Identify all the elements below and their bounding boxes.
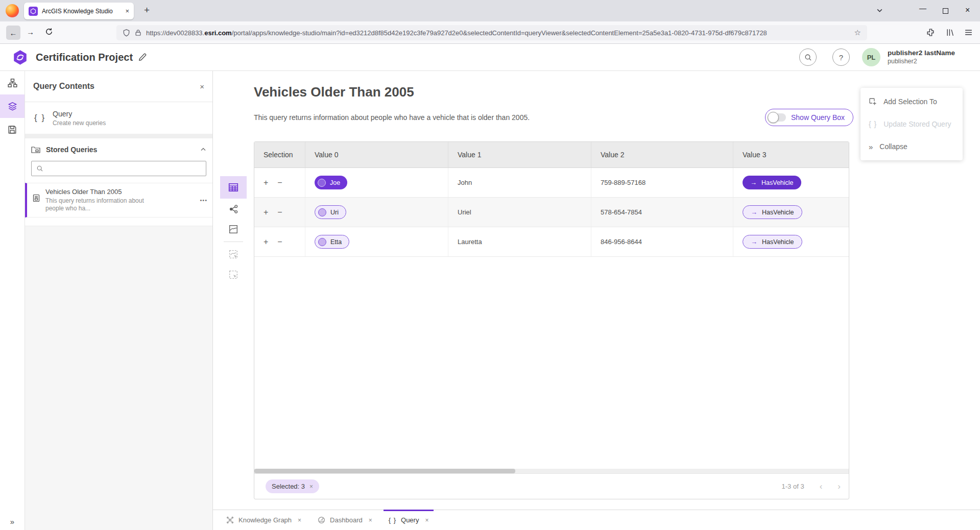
stored-query-item[interactable]: Vehicles Older Than 2005 This query retu… — [25, 183, 212, 218]
header-search-button[interactable] — [799, 49, 817, 66]
add-to-selection-button[interactable]: + — [264, 237, 268, 247]
selection-context-menu: Add Selection To { } Update Stored Query… — [861, 88, 963, 160]
panel-close-icon[interactable]: × — [200, 82, 204, 91]
stored-queries-search[interactable] — [31, 161, 206, 176]
stored-queries-section: Stored Queries Vehicles Older Than 2005 … — [25, 138, 212, 226]
relationship-pill[interactable]: →HasVehicle — [743, 235, 802, 249]
window-maximize-button[interactable] — [943, 8, 948, 14]
cell-value2: 578-654-7854 — [591, 198, 733, 227]
relationship-pill[interactable]: →HasVehicle — [743, 205, 802, 219]
entity-node-icon — [318, 238, 326, 246]
stored-query-doc-icon — [32, 194, 40, 212]
dashed-select-icon — [229, 270, 238, 279]
new-tab-button[interactable]: + — [144, 5, 150, 16]
braces-icon: { } — [869, 120, 877, 128]
selected-count-chip[interactable]: Selected: 3 × — [266, 479, 319, 493]
page-title: Vehicles Older Than 2005 — [254, 84, 414, 100]
hamburger-menu-icon[interactable] — [964, 28, 973, 37]
column-header-value2[interactable]: Value 2 — [591, 142, 733, 167]
edit-title-pencil-icon[interactable] — [138, 53, 147, 62]
url-bar[interactable]: https://dev0028833.esri.com/portal/apps/… — [116, 25, 867, 40]
user-avatar[interactable]: PL — [862, 48, 880, 66]
screen: ArcGIS Knowledge Studio × + — × ← → http… — [0, 0, 980, 530]
menu-item-collapse[interactable]: » Collapse — [861, 135, 963, 158]
browser-tab[interactable]: ArcGIS Knowledge Studio × — [24, 3, 134, 19]
column-header-value1[interactable]: Value 1 — [448, 142, 591, 167]
user-name[interactable]: publisher2 lastName publisher2 — [888, 49, 955, 65]
toolbar-divider — [224, 242, 243, 242]
select-tool-button[interactable] — [220, 264, 247, 285]
braces-icon: { } — [34, 113, 45, 123]
remove-from-selection-button[interactable]: − — [277, 178, 282, 187]
bookmark-star-icon[interactable]: ☆ — [854, 28, 861, 37]
next-page-chevron-icon[interactable]: › — [838, 481, 841, 492]
firefox-icon[interactable] — [6, 4, 19, 17]
add-to-selection-button[interactable]: + — [264, 208, 268, 217]
prev-page-chevron-icon[interactable]: ‹ — [820, 481, 823, 492]
reload-button[interactable] — [45, 28, 53, 36]
cell-value2: 846-956-8644 — [591, 227, 733, 256]
new-query-item[interactable]: { } Query Create new queries — [25, 102, 212, 134]
add-to-selection-button[interactable]: + — [264, 178, 268, 187]
tab-query[interactable]: { } Query × — [380, 510, 437, 530]
map-selection-button[interactable] — [220, 244, 247, 264]
query-item-title: Query — [53, 110, 106, 118]
search-input[interactable] — [47, 165, 201, 173]
tab-close-icon[interactable]: × — [125, 7, 129, 15]
remove-from-selection-button[interactable]: − — [277, 208, 282, 217]
help-button[interactable]: ? — [832, 49, 850, 66]
remove-from-selection-button[interactable]: − — [277, 237, 282, 247]
entity-pill[interactable]: Etta — [315, 235, 349, 249]
tracking-shield-icon[interactable] — [123, 29, 130, 37]
table-view-button[interactable] — [220, 176, 247, 199]
chevron-up-icon[interactable] — [200, 147, 206, 153]
cell-value1: Lauretta — [448, 227, 591, 256]
tab-knowledge-graph[interactable]: Knowledge Graph × — [218, 510, 309, 530]
org-tree-icon — [8, 78, 17, 88]
relationship-pill[interactable]: →HasVehicle — [743, 176, 801, 189]
tab-overflow-chevron-icon[interactable] — [876, 7, 883, 14]
view-toolbar — [220, 176, 247, 285]
horizontal-scrollbar[interactable] — [254, 469, 849, 473]
stored-queries-header[interactable]: Stored Queries — [25, 138, 212, 161]
scrollbar-thumb[interactable] — [254, 469, 515, 473]
url-text[interactable]: https://dev0028833.esri.com/portal/apps/… — [146, 29, 850, 37]
menu-item-add-selection-to[interactable]: Add Selection To — [861, 90, 963, 113]
table-header-row: Selection Value 0 Value 1 Value 2 Value … — [254, 142, 849, 168]
nav-contents-button[interactable] — [0, 94, 25, 118]
window-minimize-button[interactable]: — — [919, 4, 926, 12]
braces-icon: { } — [389, 516, 396, 524]
tab-close-icon[interactable]: × — [298, 517, 301, 524]
nav-save-button[interactable] — [0, 118, 25, 141]
entity-pill[interactable]: Joe — [315, 176, 347, 189]
column-header-selection[interactable]: Selection — [254, 142, 305, 167]
window-close-button[interactable]: × — [965, 6, 970, 15]
tab-close-icon[interactable]: × — [369, 517, 372, 524]
back-button[interactable]: ← — [6, 26, 20, 40]
column-header-value3[interactable]: Value 3 — [733, 142, 849, 167]
map-view-button[interactable] — [220, 219, 247, 239]
library-icon[interactable] — [946, 28, 954, 37]
column-header-value0[interactable]: Value 0 — [305, 142, 448, 167]
show-query-box-toggle[interactable]: Show Query Box — [765, 109, 853, 126]
table-footer: Selected: 3 × 1-3 of 3 ‹ › — [254, 473, 849, 499]
entity-pill[interactable]: Uri — [315, 205, 346, 219]
expand-rail-button[interactable]: » — [0, 517, 25, 526]
page-description: This query returns information about peo… — [254, 113, 530, 122]
tab-close-icon[interactable]: × — [425, 517, 428, 524]
forward-button[interactable]: → — [27, 28, 34, 36]
extensions-icon[interactable] — [926, 28, 935, 37]
browser-tab-strip: ArcGIS Knowledge Studio × + — × — [0, 0, 980, 21]
tab-dashboard[interactable]: Dashboard × — [309, 510, 380, 530]
item-options-ellipsis-icon[interactable]: ••• — [200, 197, 207, 203]
menu-item-update-stored-query: { } Update Stored Query — [861, 113, 963, 135]
entity-node-icon — [318, 208, 326, 216]
stored-queries-title: Stored Queries — [46, 146, 195, 154]
entity-node-icon — [318, 179, 326, 187]
clear-selection-icon[interactable]: × — [309, 483, 313, 490]
link-chart-view-button[interactable] — [220, 199, 247, 219]
query-contents-panel: Query Contents × { } Query Create new qu… — [25, 71, 213, 530]
nav-data-model-button[interactable] — [0, 71, 25, 94]
layers-icon — [8, 102, 17, 111]
lock-icon[interactable] — [135, 29, 141, 36]
